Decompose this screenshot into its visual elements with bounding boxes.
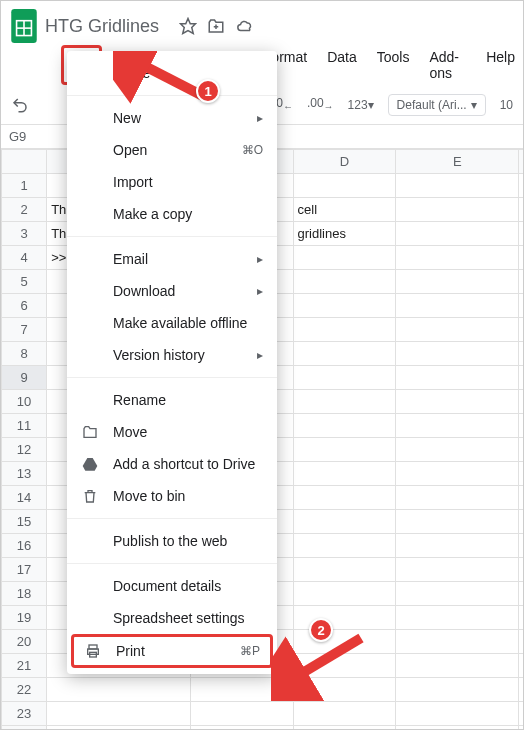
menu-move[interactable]: Move (67, 416, 277, 448)
row-header[interactable]: 7 (2, 318, 47, 342)
cell[interactable] (293, 558, 396, 582)
cell[interactable] (519, 462, 524, 486)
undo-icon[interactable] (11, 96, 29, 114)
cell[interactable] (396, 222, 519, 246)
cell[interactable] (519, 678, 524, 702)
menu-email[interactable]: Email▸ (67, 243, 277, 275)
cell[interactable]: gridlines (293, 222, 396, 246)
cell[interactable] (519, 630, 524, 654)
cell[interactable] (519, 414, 524, 438)
row-header[interactable]: 9 (2, 366, 47, 390)
cell[interactable] (396, 174, 519, 198)
cell[interactable] (396, 366, 519, 390)
row-header[interactable]: 21 (2, 654, 47, 678)
menu-tools[interactable]: Tools (369, 45, 418, 85)
menu-bin[interactable]: Move to bin (67, 480, 277, 512)
cell[interactable] (396, 654, 519, 678)
cell[interactable] (519, 198, 524, 222)
row-header[interactable]: 22 (2, 678, 47, 702)
row-header[interactable]: 19 (2, 606, 47, 630)
star-icon[interactable] (179, 17, 197, 35)
col-header[interactable]: D (293, 150, 396, 174)
cell[interactable] (396, 342, 519, 366)
cell[interactable] (396, 198, 519, 222)
row-header[interactable]: 16 (2, 534, 47, 558)
cell[interactable] (396, 582, 519, 606)
row-header[interactable]: 17 (2, 558, 47, 582)
cell[interactable] (396, 678, 519, 702)
menu-print[interactable]: Print⌘P (71, 634, 273, 668)
cell[interactable] (519, 174, 524, 198)
row-header[interactable]: 5 (2, 270, 47, 294)
cell[interactable] (396, 318, 519, 342)
cell[interactable] (293, 486, 396, 510)
cell[interactable] (396, 246, 519, 270)
cell[interactable] (519, 318, 524, 342)
increase-decimal[interactable]: .00→ (307, 96, 334, 112)
cell[interactable] (396, 486, 519, 510)
cloud-icon[interactable] (235, 17, 255, 35)
cell[interactable] (396, 534, 519, 558)
cell[interactable] (519, 246, 524, 270)
cell[interactable]: cell (293, 198, 396, 222)
row-header[interactable]: 3 (2, 222, 47, 246)
cell[interactable] (47, 678, 191, 702)
menu-make-copy[interactable]: Make a copy (67, 198, 277, 230)
cell[interactable] (396, 630, 519, 654)
menu-help[interactable]: Help (478, 45, 523, 85)
menu-settings[interactable]: Spreadsheet settings (67, 602, 277, 634)
menu-shortcut[interactable]: Add a shortcut to Drive (67, 448, 277, 480)
cell[interactable] (396, 510, 519, 534)
cell[interactable] (293, 174, 396, 198)
move-folder-icon[interactable] (207, 17, 225, 35)
font-select[interactable]: Default (Ari... ▾ (388, 94, 486, 116)
cell[interactable] (396, 390, 519, 414)
menu-import[interactable]: Import (67, 166, 277, 198)
cell[interactable] (519, 270, 524, 294)
row-header[interactable]: 6 (2, 294, 47, 318)
cell[interactable] (293, 390, 396, 414)
cell[interactable] (519, 558, 524, 582)
cell[interactable] (293, 414, 396, 438)
cell[interactable] (519, 222, 524, 246)
row-header[interactable]: 15 (2, 510, 47, 534)
cell[interactable] (519, 654, 524, 678)
cell[interactable] (519, 582, 524, 606)
row-header[interactable]: 11 (2, 414, 47, 438)
row-header[interactable]: 23 (2, 702, 47, 726)
cell[interactable] (396, 726, 519, 731)
cell[interactable] (293, 270, 396, 294)
row-header[interactable]: 14 (2, 486, 47, 510)
cell[interactable] (519, 438, 524, 462)
cell[interactable] (519, 342, 524, 366)
cell[interactable] (396, 438, 519, 462)
cell[interactable] (293, 462, 396, 486)
format-number[interactable]: 123▾ (348, 98, 374, 112)
cell[interactable] (47, 702, 191, 726)
cell[interactable] (519, 702, 524, 726)
menu-offline[interactable]: Make available offline (67, 307, 277, 339)
cell[interactable] (293, 582, 396, 606)
row-header[interactable]: 13 (2, 462, 47, 486)
doc-title[interactable]: HTG Gridlines (45, 16, 159, 37)
cell[interactable] (293, 534, 396, 558)
cell[interactable] (293, 342, 396, 366)
row-header[interactable]: 4 (2, 246, 47, 270)
cell[interactable] (190, 702, 293, 726)
cell[interactable] (190, 726, 293, 731)
col-header[interactable]: E (396, 150, 519, 174)
cell[interactable] (519, 726, 524, 731)
cell[interactable] (396, 558, 519, 582)
menu-download[interactable]: Download▸ (67, 275, 277, 307)
cell[interactable] (396, 702, 519, 726)
cell[interactable] (293, 294, 396, 318)
menu-publish[interactable]: Publish to the web (67, 525, 277, 557)
menu-version[interactable]: Version history▸ (67, 339, 277, 371)
font-size[interactable]: 10 (500, 98, 513, 112)
menu-rename[interactable]: Rename (67, 384, 277, 416)
col-header[interactable] (2, 150, 47, 174)
cell[interactable] (396, 270, 519, 294)
row-header[interactable]: 20 (2, 630, 47, 654)
cell[interactable] (293, 366, 396, 390)
menu-data[interactable]: Data (319, 45, 365, 85)
